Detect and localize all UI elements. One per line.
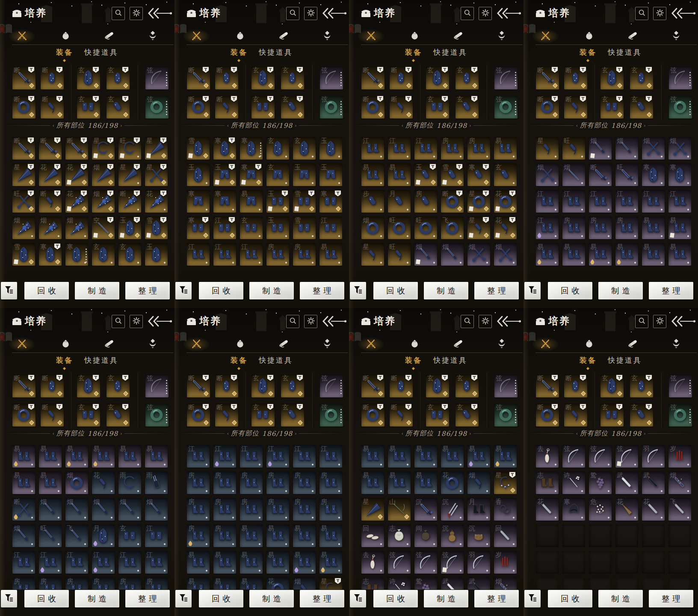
item-tile[interactable]: 志 xyxy=(388,524,411,547)
sort-button[interactable]: 整理 xyxy=(474,282,519,299)
subtab-equipment[interactable]: 装备 xyxy=(405,47,422,57)
filter-button[interactable] xyxy=(350,282,366,299)
item-tile[interactable]: 玄 xyxy=(106,95,130,118)
item-tile[interactable]: 玄 xyxy=(494,163,517,186)
item-tile[interactable]: 旺 xyxy=(118,137,141,160)
item-tile[interactable]: 玄 xyxy=(266,137,289,160)
item-tile[interactable]: 断 xyxy=(41,403,64,426)
inventory-grid-viewport[interactable]: 去弦弦弦羽岁志诗鸷武武烟花寒危花花飞 xyxy=(536,445,692,589)
recycle-button[interactable]: 回收 xyxy=(24,590,69,607)
tab-pouch[interactable] xyxy=(393,336,436,352)
inventory-grid-viewport[interactable]: 江江江江江江房房房房房房房房房房房房房房易易易易易易易易易易易易易花烟星 xyxy=(187,445,343,589)
item-tile[interactable]: 烟 xyxy=(361,216,384,239)
item-tile[interactable]: 玄 xyxy=(630,66,653,89)
item-tile[interactable]: 易 xyxy=(187,551,210,574)
item-tile[interactable]: 易 xyxy=(361,163,384,186)
item-tile[interactable]: 玄 xyxy=(600,403,624,426)
item-tile[interactable]: 玄 xyxy=(426,66,449,89)
item-tile[interactable]: 弦 xyxy=(320,95,343,118)
sort-button[interactable]: 整理 xyxy=(300,282,344,299)
item-tile[interactable]: 玄 xyxy=(600,95,624,118)
item-tile[interactable]: 弦 xyxy=(441,551,464,574)
item-tile[interactable]: 玄 xyxy=(455,403,479,426)
item-tile[interactable]: 烟 xyxy=(467,243,490,266)
back-button[interactable] xyxy=(322,315,348,327)
item-tile[interactable]: 断 xyxy=(187,374,210,397)
subtab-equipment[interactable]: 装备 xyxy=(405,355,422,365)
item-tile[interactable]: 烟 xyxy=(536,163,559,186)
item-tile[interactable]: 弦 xyxy=(320,403,343,426)
item-tile[interactable]: 江 xyxy=(12,551,35,574)
item-tile[interactable]: 玄 xyxy=(251,95,275,118)
item-tile[interactable]: 烟 xyxy=(562,163,585,186)
settings-button[interactable] xyxy=(130,315,143,328)
item-tile[interactable]: 玄 xyxy=(77,66,100,89)
item-tile[interactable]: 雪 xyxy=(12,243,35,266)
item-tile[interactable]: 断 xyxy=(361,374,384,397)
item-tile[interactable]: 沉 xyxy=(441,524,464,547)
inventory-grid-viewport[interactable]: 星旺烟烟烟烟烟烟断旺寒寒江江江江江江江房房房易易易易易易易易 xyxy=(536,137,692,268)
tab-equipment[interactable] xyxy=(349,28,393,44)
item-tile[interactable]: 寒 xyxy=(562,498,585,521)
item-tile[interactable]: 玄 xyxy=(426,403,449,426)
item-tile[interactable]: 旺 xyxy=(615,163,638,186)
item-tile[interactable]: 玄 xyxy=(240,216,263,239)
craft-button[interactable]: 制造 xyxy=(75,590,119,607)
item-tile[interactable]: 房 xyxy=(145,578,168,589)
item-tile[interactable]: 回 xyxy=(361,524,384,547)
item-tile[interactable]: 房 xyxy=(589,216,612,239)
item-tile[interactable]: 弦 xyxy=(145,95,169,118)
item-tile[interactable]: 易 xyxy=(589,243,612,266)
item-tile[interactable]: 花 xyxy=(39,163,62,186)
item-tile[interactable]: 寒 xyxy=(668,163,691,186)
item-tile[interactable]: 雪 xyxy=(441,163,464,186)
item-tile[interactable]: 武 xyxy=(441,578,464,589)
item-tile[interactable]: 弦 xyxy=(669,66,692,89)
item-tile[interactable]: 易 xyxy=(388,471,411,494)
item-tile[interactable]: 房 xyxy=(187,471,210,494)
settings-button[interactable] xyxy=(653,315,666,328)
item-tile[interactable]: 雪 xyxy=(293,190,316,213)
item-tile[interactable]: 花 xyxy=(615,498,638,521)
item-tile[interactable]: 断 xyxy=(12,403,35,426)
item-tile[interactable]: 烟 xyxy=(118,498,141,521)
back-button[interactable] xyxy=(496,315,523,327)
item-tile[interactable]: 玄 xyxy=(281,403,304,426)
item-tile[interactable]: 飞 xyxy=(668,498,691,521)
item-tile[interactable]: 江 xyxy=(187,243,210,266)
item-tile[interactable]: 星 xyxy=(145,163,168,186)
recycle-button[interactable]: 回收 xyxy=(373,590,418,607)
item-tile[interactable]: 玄 xyxy=(77,95,100,118)
filter-button[interactable] xyxy=(350,590,366,607)
item-tile[interactable]: 江 xyxy=(213,243,236,266)
item-tile[interactable]: 旺 xyxy=(414,216,437,239)
item-tile[interactable]: 烟 xyxy=(92,163,115,186)
item-tile[interactable]: 房 xyxy=(213,524,236,547)
item-tile[interactable]: 花 xyxy=(441,471,464,494)
item-tile[interactable]: 烟 xyxy=(467,471,490,494)
item-tile[interactable]: 房 xyxy=(12,578,35,589)
item-tile[interactable]: 弦 xyxy=(669,403,692,426)
craft-button[interactable]: 制造 xyxy=(424,282,468,299)
item-tile[interactable]: 花 xyxy=(494,190,517,213)
item-tile[interactable]: 弦 xyxy=(320,374,343,397)
item-tile[interactable]: 断 xyxy=(12,137,35,160)
item-tile[interactable]: 间 xyxy=(414,524,437,547)
item-tile[interactable]: 易 xyxy=(240,578,263,589)
tab-scroll[interactable] xyxy=(87,336,131,352)
item-tile[interactable]: 烟 xyxy=(92,190,115,213)
subtab-quick-items[interactable]: 快捷道具 xyxy=(84,355,118,365)
item-tile[interactable]: 弦 xyxy=(414,551,437,574)
item-tile[interactable]: 房 xyxy=(319,471,342,494)
item-tile[interactable]: 房 xyxy=(92,578,115,589)
item-tile[interactable]: 断 xyxy=(215,66,238,89)
tab-equipment[interactable] xyxy=(349,336,393,352)
item-tile[interactable]: 寒 xyxy=(467,163,490,186)
item-tile[interactable]: 易 xyxy=(388,163,411,186)
item-tile[interactable]: 断 xyxy=(564,95,587,118)
item-tile[interactable]: 星 xyxy=(12,163,35,186)
recycle-button[interactable]: 回收 xyxy=(548,282,592,299)
item-tile[interactable]: 弦 xyxy=(615,445,638,468)
item-tile[interactable]: 易 xyxy=(293,524,316,547)
item-tile[interactable]: 易 xyxy=(213,578,236,589)
